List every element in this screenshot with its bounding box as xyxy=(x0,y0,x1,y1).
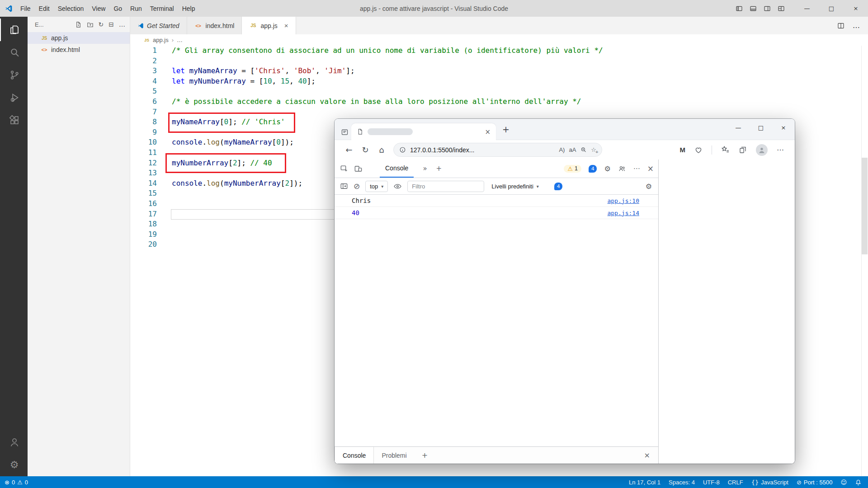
problems-status[interactable]: ⊗ 0 ⚠ 0 xyxy=(5,479,28,486)
minimize-button[interactable]: — xyxy=(795,0,819,17)
menu-terminal[interactable]: Terminal xyxy=(146,5,178,12)
menu-edit[interactable]: Edit xyxy=(35,5,54,12)
favorites-icon[interactable] xyxy=(721,145,730,154)
tab-actions-icon[interactable] xyxy=(341,128,349,136)
feedback-icon[interactable]: ☺ xyxy=(840,479,847,486)
status-item[interactable]: Spaces: 4 xyxy=(669,479,695,486)
breadcrumb-more[interactable]: … xyxy=(177,37,183,43)
warnings-badge[interactable]: ⚠ 1 xyxy=(564,165,581,173)
address-bar[interactable]: 127.0.0.1:5500/index... A) aA ☆+ xyxy=(393,143,602,157)
add-tool-icon[interactable]: + xyxy=(436,164,442,173)
explorer-item-app.js[interactable]: JSapp.js xyxy=(28,32,130,44)
console-settings-icon[interactable]: ⚙ xyxy=(646,182,652,191)
menu-view[interactable]: View xyxy=(88,5,109,12)
url-text[interactable]: 127.0.0.1:5500/index... xyxy=(410,146,474,154)
scrollbar-thumb[interactable] xyxy=(862,158,868,254)
status-language[interactable]: {} JavaScript xyxy=(751,479,788,486)
close-tab-icon[interactable]: × xyxy=(284,22,288,29)
activity-run-debug[interactable] xyxy=(0,86,28,109)
browser-essentials-icon[interactable] xyxy=(694,146,703,154)
breadcrumb[interactable]: JS app.js › … xyxy=(130,34,868,46)
settings-button[interactable]: ⚙ xyxy=(0,454,28,476)
customize-layout-icon[interactable] xyxy=(778,5,785,12)
profiles-icon[interactable] xyxy=(618,164,626,173)
new-tab-icon[interactable]: + xyxy=(502,124,509,134)
toggle-sidebar-icon[interactable] xyxy=(736,5,743,12)
collapse-all-icon[interactable]: ⊟ xyxy=(108,21,114,28)
status-port[interactable]: ⊘ Port : 5500 xyxy=(797,479,833,486)
device-toolbar-icon[interactable] xyxy=(354,164,363,173)
account-icon xyxy=(9,437,20,448)
home-icon[interactable]: ⌂ xyxy=(373,142,390,158)
new-folder-icon[interactable] xyxy=(87,21,94,28)
explorer-item-index.html[interactable]: <>index.html xyxy=(28,44,130,56)
maximize-button[interactable]: □ xyxy=(750,119,772,136)
close-button[interactable]: × xyxy=(844,0,868,17)
m-extension-icon[interactable]: M xyxy=(680,146,686,154)
activity-source-control[interactable] xyxy=(0,64,28,86)
drawer-tab-problemi[interactable]: Problemi xyxy=(374,447,414,464)
console-sidebar-icon[interactable] xyxy=(340,182,348,190)
inspect-icon[interactable] xyxy=(340,164,349,173)
menu-help[interactable]: Help xyxy=(178,5,199,12)
filter-input[interactable] xyxy=(407,181,484,192)
context-selector[interactable]: top ▾ xyxy=(365,181,388,192)
devtools-tab-console[interactable]: Console xyxy=(380,160,414,178)
back-icon[interactable]: ← xyxy=(341,142,357,158)
drawer-tab-console[interactable]: Console xyxy=(335,447,374,464)
site-info-icon[interactable] xyxy=(399,146,406,153)
close-tab-icon[interactable]: × xyxy=(485,128,491,136)
profile-avatar[interactable] xyxy=(756,144,768,156)
status-item[interactable]: CRLF xyxy=(728,479,743,486)
browser-tab[interactable]: × xyxy=(351,123,496,140)
editor-scrollbar[interactable] xyxy=(861,46,868,476)
maximize-button[interactable]: □ xyxy=(819,0,844,17)
notifications-bell-icon[interactable] xyxy=(855,479,862,486)
search-icon xyxy=(9,47,20,58)
log-levels-selector[interactable]: Livelli predefiniti ▾ xyxy=(491,183,539,190)
account-button[interactable] xyxy=(0,431,28,454)
status-item[interactable]: UTF-8 xyxy=(703,479,720,486)
tab-get-started[interactable]: Get Started xyxy=(130,17,187,34)
status-item[interactable]: Ln 17, Col 1 xyxy=(629,479,660,486)
activity-explorer[interactable] xyxy=(0,19,28,41)
browser-menu-icon[interactable]: ⋯ xyxy=(777,145,784,154)
breadcrumb-file[interactable]: app.js xyxy=(153,37,169,43)
devtools-more-icon[interactable]: ⋯ xyxy=(633,164,640,173)
refresh-icon[interactable]: ↻ xyxy=(357,142,373,158)
menu-file[interactable]: File xyxy=(16,5,35,12)
tab-index.html[interactable]: <>index.html xyxy=(187,17,242,34)
views-more-icon[interactable]: … xyxy=(119,21,125,28)
console-source-link[interactable]: app.js:10 xyxy=(608,197,639,204)
new-file-icon[interactable] xyxy=(75,21,82,28)
menu-go[interactable]: Go xyxy=(109,5,126,12)
add-drawer-tab-icon[interactable]: + xyxy=(415,447,435,464)
minimize-button[interactable]: — xyxy=(727,119,750,136)
activity-extensions[interactable] xyxy=(0,109,28,131)
translate-icon[interactable]: aA xyxy=(569,146,576,153)
messages-badge[interactable]: 4 xyxy=(554,183,562,190)
page-viewport[interactable] xyxy=(659,160,795,464)
live-expression-eye-icon[interactable] xyxy=(393,182,402,191)
devtools-settings-icon[interactable]: ⚙ xyxy=(604,164,610,173)
messages-badge[interactable]: 4 xyxy=(589,165,597,173)
read-aloud-icon[interactable]: A) xyxy=(559,146,565,153)
menu-run[interactable]: Run xyxy=(126,5,146,12)
split-editor-icon[interactable] xyxy=(837,22,844,29)
close-button[interactable]: × xyxy=(772,119,795,136)
toggle-panel-icon[interactable] xyxy=(750,5,757,12)
close-devtools-icon[interactable]: × xyxy=(647,164,654,173)
zoom-icon[interactable] xyxy=(580,146,587,153)
collections-icon[interactable] xyxy=(739,146,747,154)
menu-selection[interactable]: Selection xyxy=(54,5,88,12)
tab-app.js[interactable]: JSapp.js× xyxy=(242,17,296,34)
more-tabs-icon[interactable]: » xyxy=(423,164,427,173)
favorite-add-icon[interactable]: ☆+ xyxy=(591,146,596,153)
console-source-link[interactable]: app.js:14 xyxy=(608,210,639,216)
toggle-secondary-sidebar-icon[interactable] xyxy=(764,5,771,12)
editor-more-icon[interactable]: … xyxy=(853,21,860,30)
activity-search[interactable] xyxy=(0,41,28,64)
clear-console-icon[interactable]: ⊘ xyxy=(354,182,360,191)
close-drawer-icon[interactable]: × xyxy=(636,447,658,464)
refresh-explorer-icon[interactable]: ↻ xyxy=(99,21,104,28)
